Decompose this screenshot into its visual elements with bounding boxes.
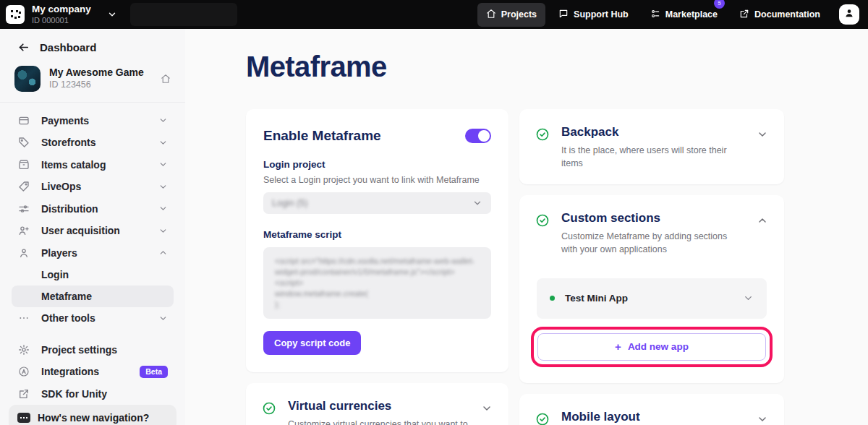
sidebar-item-label: SDK for Unity — [41, 388, 107, 400]
home-icon[interactable] — [161, 74, 171, 84]
promo-label: How's new navigation? — [38, 412, 149, 424]
nav-support-hub-label: Support Hub — [574, 9, 629, 20]
sidebar-item-label: Project settings — [41, 344, 117, 356]
top-navigation: Projects Support Hub Marketplace 5 Docum… — [477, 3, 829, 27]
mobile-layout-card: Mobile layout Apply mobile layout to you… — [519, 394, 784, 425]
toggle-knob — [478, 130, 490, 142]
beta-badge: Beta — [140, 366, 168, 378]
chevron-down-icon — [158, 204, 168, 213]
sidebar-item-items-catalog[interactable]: Items catalog — [12, 154, 174, 176]
project-id: ID 123456 — [49, 79, 144, 90]
home-icon — [486, 9, 496, 21]
sidebar-item-label: Items catalog — [41, 159, 106, 171]
nav-projects[interactable]: Projects — [477, 3, 545, 27]
external-link-icon — [739, 9, 749, 21]
nav-marketplace-label: Marketplace — [665, 9, 718, 20]
project-selector[interactable]: My Awesome Game ID 123456 — [0, 57, 185, 103]
mixer-icon — [650, 9, 660, 21]
virtual-currencies-card: Virtual currencies Customize virtual cur… — [246, 383, 509, 425]
company-selector[interactable]: My company ID 000001 — [32, 4, 91, 25]
enable-metaframe-title: Enable Metaframe — [263, 128, 381, 144]
person-icon — [17, 247, 30, 259]
card-icon — [17, 115, 30, 126]
gear-icon — [17, 344, 30, 356]
custom-sections-subtitle: Customize Metaframe by adding sections w… — [561, 230, 742, 256]
nav-support-hub[interactable]: Support Hub — [550, 3, 637, 27]
sidebar-item-players[interactable]: Players — [12, 242, 174, 265]
profile-button[interactable] — [839, 4, 859, 25]
project-avatar — [14, 66, 41, 92]
sidebar-item-label: Storefronts — [41, 137, 95, 148]
login-project-hint: Select a Login project you want to link … — [263, 175, 491, 185]
page-title: Metaframe — [246, 51, 868, 83]
mobile-layout-title: Mobile layout — [561, 410, 715, 424]
sidebar-item-label: User acquisition — [41, 225, 120, 236]
top-bar: My company ID 000001 Projects Support Hu… — [0, 0, 868, 29]
user-icon — [843, 7, 855, 22]
sidebar-item-label: Integrations — [41, 366, 99, 377]
sidebar-item-label: LiveOps — [41, 181, 81, 192]
copy-script-code-button[interactable]: Copy script code — [263, 331, 361, 355]
sidebar-item-distribution[interactable]: Distribution — [12, 198, 174, 220]
sidebar-item-user-acquisition[interactable]: User acquisition — [12, 220, 174, 242]
custom-sections-card: Custom sections Customize Metaframe by a… — [519, 195, 784, 382]
sidebar-item-integrations[interactable]: Integrations Beta — [12, 361, 174, 383]
chevron-down-icon[interactable] — [107, 9, 117, 20]
custom-sections-title: Custom sections — [561, 211, 742, 226]
backpack-title: Backpack — [561, 125, 742, 139]
chevron-up-icon[interactable] — [757, 215, 768, 256]
sidebar-item-project-settings[interactable]: Project settings — [12, 339, 174, 361]
add-new-app-button[interactable]: + Add new app — [537, 333, 766, 361]
sidebar-item-liveops[interactable]: LiveOps — [12, 176, 174, 198]
chevron-down-icon — [158, 314, 168, 323]
back-to-dashboard[interactable]: Dashboard — [0, 40, 185, 54]
main-content: Metaframe Enable Metaframe Login project… — [185, 29, 868, 425]
check-circle-icon — [535, 412, 550, 425]
company-logo[interactable] — [6, 5, 25, 24]
nav-marketplace[interactable]: Marketplace 5 — [642, 3, 726, 27]
nav-documentation[interactable]: Documentation — [731, 3, 829, 27]
script-line: widget-prod/container/v1/0/metaframe.js"… — [275, 267, 480, 278]
sidebar-subitem-label: Login — [41, 269, 69, 280]
company-id: ID 000001 — [32, 16, 91, 25]
redacted-block — [130, 3, 237, 26]
chevron-down-icon — [158, 138, 168, 147]
sidebar-item-storefronts[interactable]: Storefronts — [12, 132, 174, 154]
status-dot-icon — [550, 296, 555, 301]
back-label: Dashboard — [40, 41, 96, 53]
user-plus-icon — [17, 225, 30, 236]
sidebar-item-other-tools[interactable]: Other tools — [12, 307, 174, 330]
check-circle-icon — [535, 127, 550, 170]
sidebar-item-payments[interactable]: Payments — [12, 110, 174, 132]
whats-new-navigation-banner[interactable]: How's new navigation? — [9, 405, 176, 425]
keyboard-icon — [17, 413, 30, 423]
company-name: My company — [32, 4, 91, 15]
enable-metaframe-card: Enable Metaframe Login project Select a … — [246, 109, 509, 372]
chevron-down-icon — [743, 293, 754, 304]
metaframe-script-textarea[interactable]: <script src="https://cdn.xsolla.net/meta… — [263, 247, 491, 319]
chevron-down-icon — [158, 226, 168, 236]
check-circle-icon — [535, 213, 550, 256]
virtual-currencies-subtitle: Customize virtual currencies that you wa… — [288, 418, 469, 425]
script-line: ); — [275, 299, 480, 310]
chevron-down-icon[interactable] — [481, 403, 493, 425]
sidebar: Dashboard My Awesome Game ID 123456 Paym… — [0, 29, 185, 425]
chevron-down-icon[interactable] — [757, 413, 768, 425]
sidebar-item-metaframe[interactable]: Metaframe — [12, 286, 174, 307]
xsolla-dots-icon — [11, 10, 13, 12]
sidebar-nav: Payments Storefronts Items catalog LiveO… — [0, 110, 185, 405]
nav-documentation-label: Documentation — [754, 9, 820, 20]
backpack-subtitle: It is the place, where users will store … — [561, 144, 742, 170]
mini-app-row[interactable]: Test Mini App — [537, 278, 767, 319]
login-project-label: Login project — [263, 159, 491, 170]
sidebar-item-login[interactable]: Login — [12, 264, 174, 286]
sidebar-subitem-label: Metaframe — [41, 291, 92, 302]
chevron-down-icon — [158, 182, 168, 192]
highlight-annotation: + Add new app — [531, 327, 773, 367]
login-project-select[interactable]: Login (5) — [263, 192, 491, 214]
chevron-down-icon[interactable] — [757, 129, 768, 170]
tag-icon — [17, 137, 30, 148]
enable-metaframe-toggle[interactable] — [465, 129, 491, 143]
chevron-down-icon — [158, 116, 168, 125]
sidebar-item-sdk-for-unity[interactable]: SDK for Unity — [12, 383, 174, 405]
